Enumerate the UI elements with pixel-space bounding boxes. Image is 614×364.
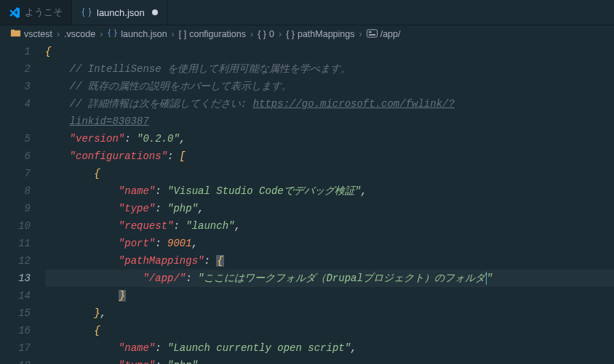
line-number: 6 [0,147,31,165]
code-line: { [45,43,614,60]
breadcrumb-configurations[interactable]: [ ] configurations [179,29,246,39]
tab-welcome[interactable]: ようこそ [0,0,72,25]
line-number: 10 [0,217,31,235]
code-line: }, [45,304,614,322]
svg-rect-2 [368,33,375,35]
code-line: "port": 9001, [45,235,614,252]
chevron-right-icon: › [57,29,60,39]
line-number [0,113,31,130]
breadcrumb-app-key[interactable]: /app/ [367,29,401,40]
code-line: "type": "php", [45,357,614,364]
json-icon [107,28,118,41]
line-number: 8 [0,182,31,200]
chevron-right-icon: › [172,29,175,39]
line-number: 3 [0,78,31,95]
code-line: "request": "launch", [45,217,614,235]
line-gutter: 1 2 3 4 5 6 7 8 9 10 11 12 13 14 15 16 1… [0,43,45,364]
json-icon [81,7,92,18]
svg-rect-0 [367,29,377,36]
tab-launch-json[interactable]: launch.json [72,0,167,25]
line-number: 16 [0,322,31,339]
modified-indicator-icon [152,9,158,15]
code-line: // 詳細情報は次を確認してください: https://go.microsoft… [45,95,614,113]
key-icon [367,29,378,40]
line-number: 14 [0,287,31,304]
line-number: 17 [0,339,31,357]
line-number: 9 [0,200,31,217]
breadcrumb-file-launch[interactable]: launch.json [107,28,167,41]
line-number: 4 [0,95,31,113]
code-line: { [45,165,614,182]
line-number: 2 [0,60,31,78]
code-line: linkid=830387 [45,113,614,130]
braces-icon: { } [286,29,295,39]
code-line: // IntelliSense を使用して利用可能な属性を学べます。 [45,60,614,78]
code-line: "/app/": "ここにはワークフォルダ（Drupalプロジェクト）のフォルダ… [45,270,614,287]
code-line: // 既存の属性の説明をホバーして表示します。 [45,78,614,95]
code-content[interactable]: { // IntelliSense を使用して利用可能な属性を学べます。 // … [45,43,614,364]
breadcrumb-folder-vsctest[interactable]: vsctest [10,28,52,41]
svg-rect-1 [368,31,371,33]
editor-tabs: ようこそ launch.json [0,0,614,25]
chevron-right-icon: › [250,29,253,39]
code-line: { [45,322,614,339]
line-number: 11 [0,235,31,252]
line-number: 18 [0,357,31,364]
code-line: "type": "php", [45,200,614,217]
breadcrumb-index-0[interactable]: { } 0 [258,29,274,39]
code-line: "name": "Visual Studio Codeでデバッグ検証", [45,182,614,200]
folder-icon [10,28,21,41]
line-number: 15 [0,304,31,322]
breadcrumb-pathmappings[interactable]: { } pathMappings [286,29,354,39]
line-number: 12 [0,252,31,270]
line-number: 13 [0,270,31,287]
code-editor[interactable]: 1 2 3 4 5 6 7 8 9 10 11 12 13 14 15 16 1… [0,43,614,364]
brackets-icon: [ ] [179,29,186,39]
chevron-right-icon: › [100,29,103,39]
code-line: "name": "Launch currently open script", [45,339,614,357]
chevron-right-icon: › [279,29,282,39]
chevron-right-icon: › [359,29,362,39]
code-line: "version": "0.2.0", [45,130,614,147]
tab-label: launch.json [97,7,145,18]
line-number: 7 [0,165,31,182]
line-number: 1 [0,43,31,60]
tab-label: ようこそ [25,6,63,19]
breadcrumb-folder-vscode[interactable]: .vscode [64,29,95,39]
code-line: "pathMappings": { [45,252,614,270]
vscode-icon [9,7,20,18]
code-line: "configurations": [ [45,147,614,165]
line-number: 5 [0,130,31,147]
breadcrumb: vsctest › .vscode › launch.json › [ ] co… [0,25,614,43]
braces-icon: { } [258,29,266,39]
code-line: } [45,287,614,304]
